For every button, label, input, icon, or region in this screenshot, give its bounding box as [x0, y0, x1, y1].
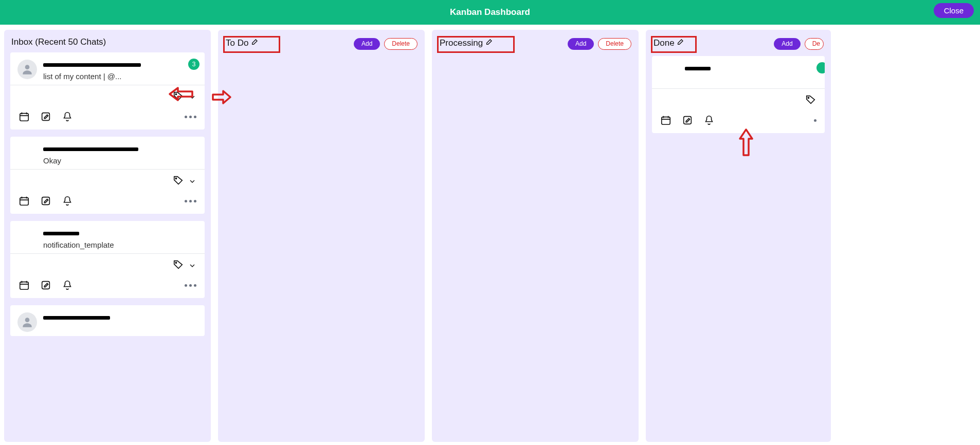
tag-icon[interactable] — [173, 175, 184, 188]
tag-icon[interactable] — [173, 90, 184, 104]
delete-button[interactable]: De — [805, 38, 824, 49]
calendar-icon[interactable] — [19, 280, 30, 291]
chat-sender-name — [43, 232, 79, 235]
delete-button[interactable]: Delete — [384, 38, 418, 49]
bell-icon[interactable] — [62, 280, 73, 291]
svg-rect-8 — [20, 282, 29, 290]
chat-card[interactable]: notification_template — [10, 221, 205, 298]
add-button[interactable]: Add — [354, 38, 380, 49]
column-title-processing[interactable]: Processing — [440, 38, 483, 48]
column-title-inbox: Inbox (Recent 50 Chats) — [11, 37, 106, 47]
chat-preview: list of my content | @... — [43, 72, 197, 81]
annotation-highlight-todo: To Do — [223, 36, 280, 53]
note-edit-icon[interactable] — [40, 280, 51, 291]
annotation-highlight-processing: Processing — [437, 36, 515, 53]
more-icon[interactable] — [185, 284, 196, 287]
chat-card[interactable] — [652, 56, 825, 133]
column-processing: Processing Add Delete — [432, 30, 639, 442]
delete-button[interactable]: Delete — [598, 38, 631, 49]
column-list-processing[interactable] — [432, 55, 639, 442]
edit-icon[interactable] — [251, 38, 259, 46]
more-icon[interactable] — [185, 200, 196, 202]
chat-card[interactable] — [10, 305, 205, 336]
chat-sender-name — [685, 67, 711, 70]
column-title-todo[interactable]: To Do — [226, 38, 248, 48]
app-header: Kanban Dashboard Close — [0, 0, 980, 25]
more-icon[interactable] — [185, 116, 196, 118]
chat-card[interactable]: list of my content | @... 3 — [10, 52, 205, 129]
chat-card[interactable]: Okay — [10, 137, 205, 214]
svg-point-11 — [808, 97, 809, 98]
svg-point-7 — [175, 262, 176, 263]
column-list-todo[interactable] — [218, 55, 425, 442]
more-icon[interactable] — [814, 119, 816, 122]
kanban-board: Inbox (Recent 50 Chats) list of my conte… — [0, 25, 980, 445]
calendar-icon[interactable] — [19, 111, 30, 122]
bell-icon[interactable] — [62, 195, 73, 207]
svg-rect-2 — [20, 114, 29, 121]
unread-badge — [816, 62, 825, 73]
note-edit-icon[interactable] — [40, 111, 51, 122]
unread-badge: 3 — [188, 59, 199, 70]
edit-icon[interactable] — [485, 38, 494, 46]
column-list-inbox[interactable]: list of my content | @... 3 — [4, 51, 211, 442]
close-button[interactable]: Close — [934, 3, 974, 18]
column-list-done[interactable] — [646, 55, 831, 442]
chat-preview: notification_template — [43, 240, 197, 249]
avatar — [17, 60, 37, 79]
tag-icon[interactable] — [173, 259, 184, 272]
chat-preview: Okay — [43, 156, 197, 165]
chat-preview — [685, 76, 818, 84]
annotation-highlight-done: Done — [651, 36, 697, 53]
chat-sender-name — [43, 63, 141, 67]
tag-icon[interactable] — [805, 94, 816, 107]
chevron-down-icon[interactable] — [188, 262, 196, 270]
calendar-icon[interactable] — [19, 195, 30, 207]
svg-rect-12 — [662, 117, 670, 125]
page-title: Kanban Dashboard — [450, 7, 530, 17]
calendar-icon[interactable] — [660, 115, 672, 126]
column-done: Done Add De — [646, 30, 831, 442]
note-edit-icon[interactable] — [40, 195, 51, 207]
avatar — [17, 312, 37, 332]
svg-rect-5 — [20, 198, 29, 206]
bell-icon[interactable] — [703, 115, 715, 126]
note-edit-icon[interactable] — [682, 115, 693, 126]
column-inbox: Inbox (Recent 50 Chats) list of my conte… — [4, 30, 211, 442]
svg-point-1 — [175, 94, 176, 95]
add-button[interactable]: Add — [774, 38, 800, 49]
bell-icon[interactable] — [62, 111, 73, 122]
chevron-down-icon[interactable] — [188, 177, 196, 186]
chat-sender-name — [43, 147, 138, 151]
svg-point-0 — [25, 65, 30, 69]
svg-point-10 — [25, 318, 30, 322]
edit-icon[interactable] — [677, 38, 685, 46]
column-title-done[interactable]: Done — [654, 38, 675, 48]
add-button[interactable]: Add — [568, 38, 594, 49]
column-todo: To Do Add Delete — [218, 30, 425, 442]
svg-point-4 — [175, 178, 176, 179]
chevron-down-icon[interactable] — [188, 93, 196, 101]
chat-sender-name — [43, 316, 110, 320]
